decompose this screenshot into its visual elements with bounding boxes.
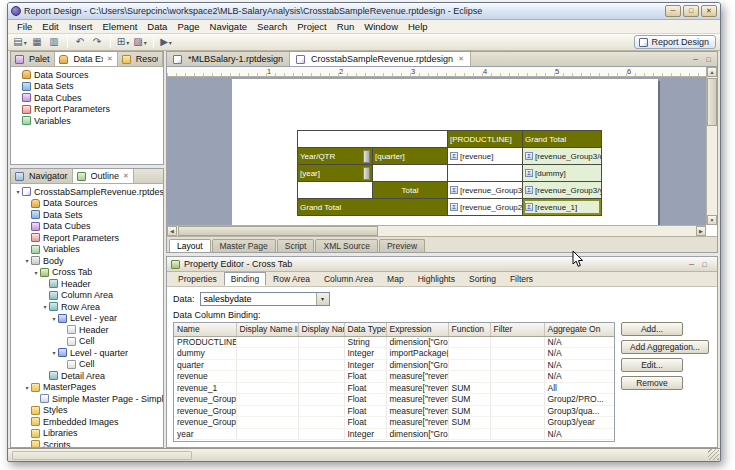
tree-item[interactable]: Data Cubes bbox=[11, 92, 163, 104]
menu-item[interactable]: Element bbox=[97, 20, 142, 34]
property-editor-tab[interactable]: Highlights bbox=[411, 272, 462, 286]
tree-item[interactable]: Styles bbox=[11, 405, 163, 417]
binding-column-header[interactable]: Function bbox=[448, 323, 490, 336]
expander-icon[interactable]: ▾ bbox=[14, 188, 22, 195]
binding-table-row[interactable]: revenue_Group3/...Floatmeasure["reven...… bbox=[174, 417, 614, 429]
data-explorer-tree[interactable]: Data SourcesData SetsData CubesReport Pa… bbox=[11, 67, 163, 164]
menu-item[interactable]: Insert bbox=[64, 20, 98, 34]
tree-item[interactable]: Embedded Images bbox=[11, 416, 163, 428]
maximize-button[interactable]: □ bbox=[683, 5, 699, 17]
crosstab-cell-year[interactable]: [year] bbox=[298, 165, 373, 182]
save-icon[interactable]: ▦ bbox=[29, 35, 45, 49]
menu-item[interactable]: Help bbox=[403, 20, 433, 34]
minimize-editor-icon[interactable] bbox=[690, 56, 701, 63]
tree-item[interactable]: Column Area bbox=[11, 290, 163, 302]
editor-tab[interactable]: CrosstabSampleRevenue.rptdesign bbox=[290, 52, 471, 66]
tree-item[interactable]: Data Cubes bbox=[11, 221, 163, 233]
crosstab-cell-revenue-1-selected[interactable]: [revenue_1] bbox=[523, 199, 602, 216]
crosstab[interactable]: [PRODUCTLINE] Grand Total Year/QTR [quar… bbox=[297, 130, 602, 216]
menu-item[interactable]: Project bbox=[292, 20, 332, 34]
minimize-button[interactable]: ─ bbox=[665, 5, 681, 17]
tree-item[interactable]: ▾Level - quarter bbox=[11, 347, 163, 359]
vertical-scroll-thumb[interactable] bbox=[707, 78, 717, 126]
tree-item[interactable]: Data Sets bbox=[11, 81, 163, 93]
binding-column-header[interactable]: Display Name ID bbox=[236, 323, 298, 336]
page-tab[interactable]: Script bbox=[277, 239, 315, 252]
close-icon[interactable] bbox=[458, 55, 464, 63]
horizontal-scroll-thumb[interactable] bbox=[178, 226, 378, 236]
tree-item[interactable]: Data Sources bbox=[11, 69, 163, 81]
report-page[interactable]: [PRODUCTLINE] Grand Total Year/QTR [quar… bbox=[232, 79, 658, 225]
data-set-dropdown[interactable]: salesbydate bbox=[200, 292, 330, 306]
style-icon[interactable]: ▨▾ bbox=[132, 35, 148, 49]
tree-item[interactable]: Header bbox=[11, 324, 163, 336]
editor-vertical-scrollbar[interactable] bbox=[706, 67, 717, 225]
editor-tab[interactable]: *MLBSalary-1.rptdesign bbox=[167, 52, 290, 66]
design-canvas[interactable]: [PRODUCTLINE] Grand Total Year/QTR [quar… bbox=[167, 77, 706, 225]
titlebar[interactable]: Report Design - C:\Users\Surepcinc\works… bbox=[8, 3, 720, 20]
crosstab-cell-total[interactable]: Total bbox=[373, 182, 448, 199]
crosstab-cell-quarter[interactable]: [quarter] bbox=[373, 148, 448, 165]
crosstab-header-productline[interactable]: [PRODUCTLINE] bbox=[448, 131, 523, 148]
tree-item[interactable]: Variables bbox=[11, 115, 163, 127]
insert-element-icon[interactable]: ⊞▾ bbox=[115, 35, 131, 49]
menu-item[interactable]: Window bbox=[359, 20, 403, 34]
property-editor-titlebar[interactable]: Property Editor - Cross Tab bbox=[167, 257, 717, 272]
minimize-view-icon[interactable] bbox=[686, 261, 697, 268]
binding-table-row[interactable]: quarterIntegerdimension["Gro...N/A bbox=[174, 359, 614, 371]
remove-button[interactable]: Remove bbox=[621, 376, 683, 390]
maximize-editor-icon[interactable] bbox=[703, 56, 714, 63]
tree-item[interactable]: ▾Level - year bbox=[11, 313, 163, 325]
expander-icon[interactable]: ▾ bbox=[41, 303, 49, 310]
tree-item[interactable]: Data Sources bbox=[11, 198, 163, 210]
new-report-icon[interactable]: ▤▾ bbox=[12, 35, 28, 49]
crosstab-cell-revenue[interactable]: [revenue] bbox=[448, 148, 523, 165]
property-editor-tab[interactable]: Column Area bbox=[317, 272, 380, 286]
tree-item[interactable]: Simple Master Page - Simple MasterP... bbox=[11, 393, 163, 405]
page-tab[interactable]: Layout bbox=[169, 239, 211, 252]
binding-table-row[interactable]: PRODUCTLINEStringdimension["Gro...N/A bbox=[174, 336, 614, 348]
crosstab-empty-cell[interactable] bbox=[448, 165, 523, 182]
tree-item[interactable]: ▾CrosstabSampleRevenue.rptdesign bbox=[11, 186, 163, 198]
editor-horizontal-scrollbar[interactable] bbox=[167, 225, 706, 236]
menu-item[interactable]: Search bbox=[252, 20, 292, 34]
chevron-down-icon[interactable] bbox=[316, 293, 329, 305]
tree-item[interactable]: ▾Row Area bbox=[11, 301, 163, 313]
crosstab-cell-revenue-group3-year[interactable]: [revenue_Group3/y...] bbox=[448, 182, 523, 199]
tree-item[interactable]: ▾Cross Tab bbox=[11, 267, 163, 279]
expander-icon[interactable]: ▾ bbox=[50, 349, 58, 356]
page-tab[interactable]: XML Source bbox=[315, 239, 377, 252]
property-editor-tab[interactable]: Map bbox=[380, 272, 411, 286]
data-column-binding-table[interactable]: NameDisplay Name IDDisplay NameData Type… bbox=[173, 322, 615, 442]
redo-icon[interactable]: ↷ bbox=[89, 35, 105, 49]
print-icon[interactable]: ▥ bbox=[46, 35, 62, 49]
crosstab-cell-year-qtr[interactable]: Year/QTR bbox=[298, 148, 373, 165]
drag-handle-icon[interactable] bbox=[363, 150, 370, 163]
property-editor-tab[interactable]: Filters bbox=[503, 272, 540, 286]
crosstab-cell-revenue-group2-productline[interactable]: [revenue_Group2/P...] bbox=[448, 199, 523, 216]
binding-table-row[interactable]: revenue_Group2/...Floatmeasure["reven...… bbox=[174, 394, 614, 406]
crosstab-cell-dummy[interactable]: [dummy] bbox=[523, 165, 602, 182]
expander-icon[interactable]: ▾ bbox=[32, 269, 40, 276]
crosstab-cell-revenue-group3-quarter[interactable]: [revenue_Group3/q...] bbox=[523, 148, 602, 165]
view-tab[interactable]: Data Ex... bbox=[55, 52, 117, 66]
crosstab-empty-cell[interactable] bbox=[298, 182, 373, 199]
close-icon[interactable] bbox=[107, 55, 113, 63]
expander-icon[interactable]: ▾ bbox=[23, 384, 31, 391]
binding-table-row[interactable]: revenue_Group3/...Floatmeasure["reven...… bbox=[174, 405, 614, 417]
binding-column-header[interactable]: Expression bbox=[386, 323, 448, 336]
property-editor-tab[interactable]: Properties bbox=[171, 272, 224, 286]
tree-item[interactable]: Scripts bbox=[11, 439, 163, 447]
tree-item[interactable]: Cell bbox=[11, 336, 163, 348]
close-button[interactable]: ✕ bbox=[701, 5, 717, 17]
crosstab-cell-grand-total-row[interactable]: Grand Total bbox=[298, 199, 448, 216]
page-tab[interactable]: Preview bbox=[379, 239, 425, 252]
binding-table-row[interactable]: revenue_1Floatmeasure["reven...SUMAll bbox=[174, 382, 614, 394]
view-tab[interactable]: Navigator bbox=[11, 169, 73, 183]
tree-item[interactable]: Report Parameters bbox=[11, 104, 163, 116]
perspective-switcher[interactable]: Report Design bbox=[634, 35, 716, 49]
add-button[interactable]: Add... bbox=[621, 322, 683, 336]
outline-tree[interactable]: ▾CrosstabSampleRevenue.rptdesignData Sou… bbox=[11, 184, 163, 447]
resize-grip-icon[interactable] bbox=[708, 449, 719, 460]
close-icon[interactable] bbox=[123, 172, 129, 180]
